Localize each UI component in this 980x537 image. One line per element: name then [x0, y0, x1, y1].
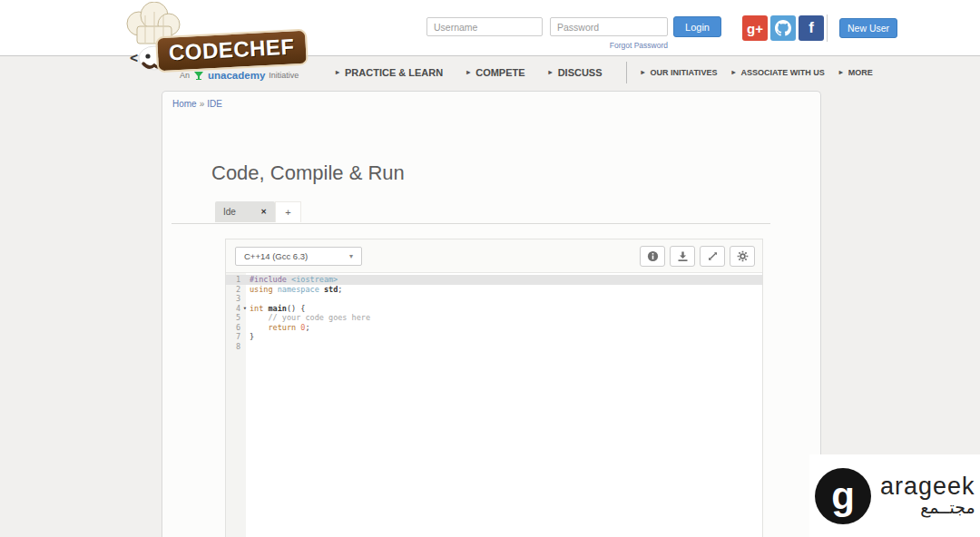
line-number: 4▾ — [226, 304, 246, 314]
arageek-arabic-text: مجتــمع — [880, 499, 975, 518]
page-title: Code, Compile & Run — [211, 161, 405, 185]
download-button[interactable] — [670, 246, 695, 267]
nav-label: OUR INITIATIVES — [651, 68, 718, 77]
code-text: using namespace std; — [246, 285, 342, 295]
password-input[interactable] — [550, 17, 668, 36]
language-select[interactable]: C++14 (Gcc 6.3) ▾ — [235, 247, 362, 266]
arageek-monogram-icon: g — [815, 468, 871, 524]
tagline-prefix: An — [180, 71, 190, 80]
google-plus-icon[interactable]: g+ — [742, 15, 768, 41]
fullscreen-button[interactable] — [700, 246, 725, 267]
nav-divider — [626, 62, 627, 83]
codechef-wordmark: CODECHEF — [155, 29, 309, 73]
ide-container: C++14 (Gcc 6.3) ▾ — [225, 239, 763, 537]
nav-discuss[interactable]: ▸DISCUSS — [549, 67, 603, 78]
github-icon[interactable] — [770, 15, 796, 41]
language-select-value: C++14 (Gcc 6.3) — [244, 251, 308, 261]
username-input[interactable] — [426, 17, 543, 36]
tab-add-button[interactable]: + — [275, 201, 301, 222]
breadcrumb-home-link[interactable]: Home — [172, 99, 197, 109]
line-number: 7 — [226, 332, 246, 342]
nav-more[interactable]: ▸MORE — [839, 68, 873, 77]
content-panel: Home»IDE Code, Compile & Run Ide ✕ + C++… — [162, 91, 821, 537]
social-login-group: g+ f — [742, 15, 824, 41]
ide-tabs: Ide ✕ + — [215, 201, 301, 222]
new-user-button[interactable]: New User — [839, 18, 897, 38]
tab-close-icon[interactable]: ✕ — [260, 208, 267, 216]
line-number: 3 — [226, 294, 246, 304]
breadcrumb: Home»IDE — [172, 99, 222, 109]
code-text: // your code goes here — [246, 313, 370, 323]
code-text — [246, 342, 250, 352]
nav-label: DISCUSS — [558, 67, 603, 78]
code-text — [246, 294, 250, 304]
nav-label: MORE — [848, 68, 873, 77]
ide-toolbar: C++14 (Gcc 6.3) ▾ — [226, 239, 762, 273]
arageek-wordmark: arageek مجتــمع — [880, 474, 975, 518]
code-text: return 0; — [246, 323, 310, 333]
code-line[interactable]: 7} — [226, 332, 762, 342]
unacademy-icon — [193, 71, 204, 81]
nav-arrow-icon: ▸ — [336, 68, 339, 76]
tab-ide-label: Ide — [223, 207, 236, 217]
code-text: #include <iostream> — [246, 275, 338, 285]
nav-label: ASSOCIATE WITH US — [740, 68, 824, 77]
nav-arrow-icon: ▸ — [466, 68, 470, 76]
breadcrumb-current: IDE — [207, 99, 222, 109]
download-icon — [677, 250, 689, 262]
arageek-watermark: g arageek مجتــمع — [809, 454, 980, 537]
login-button[interactable]: Login — [673, 16, 721, 37]
line-number: 8 — [226, 342, 246, 352]
tab-ide[interactable]: Ide ✕ — [215, 201, 275, 222]
tagline-brand: unacademy — [208, 70, 265, 81]
line-number: 5 — [226, 313, 246, 323]
gear-icon — [737, 250, 749, 262]
nav-compete[interactable]: ▸COMPETE — [466, 67, 524, 78]
code-line[interactable]: 6 return 0; — [226, 323, 762, 333]
tab-rule — [172, 223, 770, 224]
code-line[interactable]: 3 — [226, 294, 762, 304]
unacademy-tagline: An unacademy Initiative — [180, 70, 299, 81]
tagline-suffix: Initiative — [269, 71, 299, 80]
nav-arrow-icon: ▸ — [731, 68, 735, 76]
header-divider — [827, 15, 828, 42]
code-editor[interactable]: 1#include <iostream>2using namespace std… — [226, 273, 762, 537]
code-line[interactable]: 5 // your code goes here — [226, 313, 762, 323]
code-line[interactable]: 2using namespace std; — [226, 285, 762, 295]
forgot-password-link[interactable]: Forgot Password — [550, 41, 668, 50]
ide-toolbar-buttons — [640, 246, 755, 267]
info-button[interactable] — [640, 246, 665, 267]
line-number: 6 — [226, 323, 246, 333]
main-nav: ▸PRACTICE & LEARN ▸COMPETE ▸DISCUSS ▸OUR… — [336, 56, 887, 88]
arageek-brand-text: arageek — [880, 474, 975, 499]
code-lines: 1#include <iostream>2using namespace std… — [226, 275, 762, 351]
nav-associate-with-us[interactable]: ▸ASSOCIATE WITH US — [731, 68, 824, 77]
code-line[interactable]: 1#include <iostream> — [226, 275, 762, 285]
code-text: int main() { — [246, 304, 305, 314]
code-line[interactable]: 4▾int main() { — [226, 304, 762, 314]
fold-caret-icon[interactable]: ▾ — [243, 304, 247, 314]
nav-arrow-icon: ▸ — [549, 68, 553, 76]
code-line[interactable]: 8 — [226, 342, 762, 352]
github-octocat-icon — [775, 20, 791, 36]
code-text: } — [246, 332, 254, 342]
codechef-ide-page: Login Forgot Password g+ f New User < > — [0, 0, 980, 537]
facebook-icon[interactable]: f — [799, 15, 824, 41]
nav-label: PRACTICE & LEARN — [345, 67, 443, 78]
svg-text:<: < — [130, 50, 138, 66]
nav-arrow-icon: ▸ — [642, 68, 645, 76]
nav-practice-and-learn[interactable]: ▸PRACTICE & LEARN — [336, 67, 443, 78]
settings-button[interactable] — [730, 246, 755, 267]
nav-label: COMPETE — [475, 67, 524, 78]
line-number: 1 — [226, 275, 246, 285]
line-number: 2 — [226, 285, 246, 295]
chevron-down-icon: ▾ — [349, 252, 353, 260]
codechef-logo[interactable]: < > CODECHEF An unacademy Initiative — [118, 0, 313, 86]
fullscreen-icon — [707, 250, 719, 262]
nav-arrow-icon: ▸ — [839, 68, 843, 76]
info-icon — [647, 250, 659, 262]
nav-our-initiatives[interactable]: ▸OUR INITIATIVES — [642, 68, 718, 77]
breadcrumb-separator: » — [200, 99, 205, 109]
